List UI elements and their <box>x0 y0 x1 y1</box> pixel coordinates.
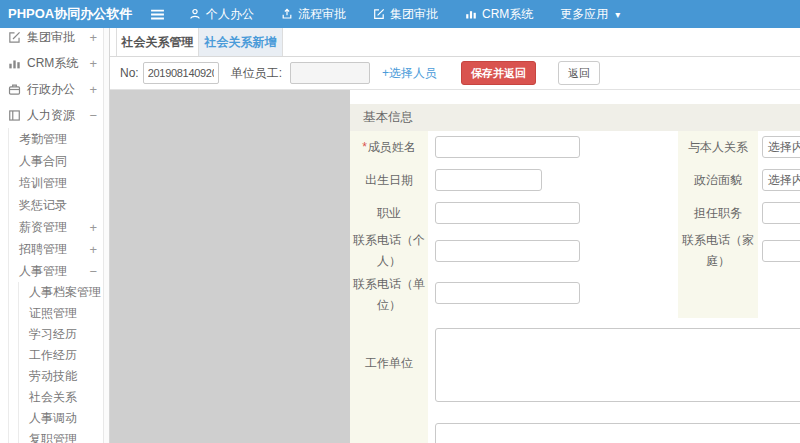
briefcase-icon <box>8 83 21 96</box>
form-toolbar: No: 单位员工: +选择人员 保存并返回 返回 <box>110 57 800 90</box>
hamburger-menu-icon[interactable] <box>150 8 165 21</box>
work-phone-label: 联系电话（单位） <box>350 272 428 318</box>
political-status-label: 政治面貌 <box>678 164 758 197</box>
member-name-label: *成员姓名 <box>350 131 428 164</box>
section-title: 基本信息 <box>350 104 800 131</box>
sidebar-item-personnel-mgmt[interactable]: 人事管理 − <box>9 260 109 282</box>
menu-group-approval[interactable]: 集团审批 <box>373 6 438 23</box>
upload-tray-icon <box>281 8 293 20</box>
sidebar-item-admin-office[interactable]: 行政办公 + <box>0 76 109 102</box>
sidebar-item-reward-punishment[interactable]: 奖惩记录 <box>9 194 109 216</box>
book-icon <box>8 109 21 122</box>
relation-to-self-select[interactable]: 选择内容 <box>762 136 800 158</box>
user-icon <box>189 8 201 20</box>
top-navbar: PHPOA协同办公软件 个人办公 流程审批 集团审批 CRM系统 <box>0 0 800 28</box>
main-area: 社会关系管理 社会关系新增 No: 单位员工: +选择人员 保存并返回 返回 基… <box>110 28 800 443</box>
sidebar-item-personnel-files[interactable]: 人事档案管理 <box>19 282 109 303</box>
sidebar-item-labor-skills[interactable]: 劳动技能 <box>19 366 109 387</box>
sidebar-item-personnel-transfer[interactable]: 人事调动 <box>19 408 109 429</box>
app-title: PHPOA协同办公软件 <box>0 5 142 23</box>
sidebar-nav: 集团审批 + CRM系统 + 行政办公 + 人力资源 − 考勤管理 人事合同 培… <box>0 0 110 443</box>
birth-date-input[interactable] <box>435 169 542 191</box>
collapse-minus-icon[interactable]: − <box>89 265 97 278</box>
no-label: No: <box>120 66 139 80</box>
personnel-submenu: 人事档案管理 证照管理 学习经历 工作经历 劳动技能 社会关系 人事调动 复职管… <box>18 282 109 443</box>
position-held-input[interactable] <box>762 202 800 224</box>
relation-to-self-label: 与本人关系 <box>678 131 758 164</box>
sidebar-item-education-history[interactable]: 学习经历 <box>19 324 109 345</box>
birth-date-label: 出生日期 <box>350 164 428 197</box>
member-name-input[interactable] <box>435 136 580 158</box>
hr-submenu: 考勤管理 人事合同 培训管理 奖惩记录 薪资管理 + 招聘管理 + 人事管理 −… <box>8 128 109 443</box>
political-status-select[interactable]: 选择内容 <box>762 169 800 191</box>
edit-square-icon <box>8 31 21 44</box>
bar-chart-icon <box>465 8 477 20</box>
sidebar-item-crm-system[interactable]: CRM系统 + <box>0 50 109 76</box>
menu-personal-office[interactable]: 个人办公 <box>189 6 254 23</box>
work-phone-input[interactable] <box>435 282 580 304</box>
expand-plus-icon[interactable]: + <box>89 243 97 256</box>
menu-crm-system[interactable]: CRM系统 <box>465 6 533 23</box>
sidebar-item-salary-mgmt[interactable]: 薪资管理 + <box>9 216 109 238</box>
occupation-label: 职业 <box>350 197 428 230</box>
tab-social-relations-mgmt[interactable]: 社会关系管理 <box>116 28 198 56</box>
employee-label: 单位员工: <box>231 65 282 82</box>
edit-square-icon <box>373 8 385 20</box>
caret-down-icon: ▾ <box>615 9 620 20</box>
sidebar-item-certificate-mgmt[interactable]: 证照管理 <box>19 303 109 324</box>
tab-social-relations-new[interactable]: 社会关系新增 <box>198 28 283 56</box>
no-input[interactable] <box>143 62 219 84</box>
sidebar-item-work-history[interactable]: 工作经历 <box>19 345 109 366</box>
sidebar-item-attendance-mgmt[interactable]: 考勤管理 <box>9 128 109 150</box>
menu-more-apps[interactable]: 更多应用 ▾ <box>560 6 620 23</box>
next-field-textarea[interactable] <box>435 423 800 443</box>
expand-plus-icon[interactable]: + <box>89 57 97 70</box>
back-button[interactable]: 返回 <box>558 61 600 85</box>
work-unit-label: 工作单位 <box>350 318 428 408</box>
position-held-label: 担任职务 <box>678 197 758 230</box>
menu-workflow-approval[interactable]: 流程审批 <box>281 6 346 23</box>
expand-plus-icon[interactable]: + <box>89 31 97 44</box>
select-person-link[interactable]: +选择人员 <box>382 65 437 82</box>
save-and-return-button[interactable]: 保存并返回 <box>461 61 536 85</box>
tab-bar: 社会关系管理 社会关系新增 <box>110 28 800 57</box>
employee-input[interactable] <box>290 62 370 84</box>
expand-plus-icon[interactable]: + <box>89 83 97 96</box>
content-area: 基本信息 *成员姓名 与本人关系 选择内容 出生日期 政治面貌 选择内容 职业 <box>110 90 800 443</box>
sidebar-item-hr-contract[interactable]: 人事合同 <box>9 150 109 172</box>
sidebar-item-human-resources[interactable]: 人力资源 − <box>0 102 109 128</box>
occupation-input[interactable] <box>435 202 580 224</box>
sidebar-item-training-mgmt[interactable]: 培训管理 <box>9 172 109 194</box>
home-phone-input[interactable] <box>762 240 800 262</box>
collapse-minus-icon[interactable]: − <box>89 109 97 122</box>
personal-phone-input[interactable] <box>435 240 580 262</box>
home-phone-label: 联系电话（家庭） <box>678 230 758 272</box>
expand-plus-icon[interactable]: + <box>89 221 97 234</box>
work-unit-textarea[interactable] <box>435 328 800 402</box>
sidebar-item-social-relations[interactable]: 社会关系 <box>19 387 109 408</box>
required-asterisk: * <box>362 140 367 154</box>
bar-chart-icon <box>8 57 21 70</box>
sidebar-item-recruitment-mgmt[interactable]: 招聘管理 + <box>9 238 109 260</box>
top-menu: 个人办公 流程审批 集团审批 CRM系统 更多应用 ▾ <box>189 6 620 23</box>
form-body: *成员姓名 与本人关系 选择内容 出生日期 政治面貌 选择内容 职业 担任职务 … <box>350 131 800 443</box>
sidebar-item-reinstatement-mgmt[interactable]: 复职管理 <box>19 429 109 443</box>
personal-phone-label: 联系电话（个人） <box>350 230 428 272</box>
basic-info-form-panel: 基本信息 *成员姓名 与本人关系 选择内容 出生日期 政治面貌 选择内容 职业 <box>350 90 800 443</box>
